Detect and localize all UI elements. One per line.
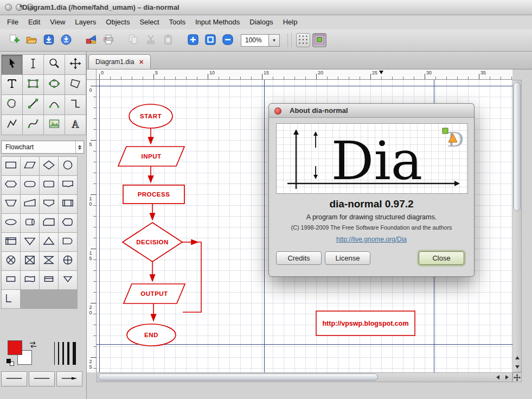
tool-text-button[interactable] — [2, 75, 22, 94]
object-snapping-toggle[interactable] — [312, 33, 326, 47]
default-colors-icon[interactable] — [7, 359, 15, 366]
snap-to-grid-toggle[interactable] — [296, 33, 310, 47]
horizontal-scrollbar[interactable] — [97, 372, 512, 382]
vertical-scrollbar-thumb[interactable] — [514, 82, 521, 211]
begin-arrow-style-button[interactable] — [1, 371, 27, 387]
shape-oval-button[interactable] — [2, 214, 20, 232]
line-width-option[interactable] — [54, 342, 55, 365]
shape-delay-button[interactable] — [59, 233, 77, 251]
line-width-selector[interactable] — [51, 339, 79, 368]
shape-or-button[interactable] — [59, 252, 77, 270]
spinner-up-icon[interactable] — [78, 145, 81, 147]
print-button[interactable] — [101, 33, 116, 48]
shape-magnetic-drum-button[interactable] — [21, 214, 39, 232]
shape-connector-button[interactable] — [59, 157, 77, 175]
shape-punched-card-button[interactable] — [40, 214, 58, 232]
tool-beziergon-button[interactable] — [2, 95, 22, 115]
swap-colors-icon[interactable] — [28, 340, 38, 349]
shape-display-button[interactable] — [59, 214, 77, 232]
tool-arc-button[interactable] — [44, 95, 65, 115]
menu-layers[interactable]: Layers — [70, 16, 101, 29]
menu-dialogs[interactable]: Dialogs — [245, 16, 278, 29]
close-button[interactable]: Close — [419, 251, 464, 265]
shape-punched-tape-button[interactable] — [21, 271, 39, 289]
menu-view[interactable]: View — [45, 16, 70, 29]
tool-zigzagline-button[interactable] — [65, 95, 86, 115]
tool-textedit-button[interactable] — [23, 55, 43, 74]
zoom-dropdown-button[interactable]: ▼ — [269, 34, 280, 47]
save-as-button[interactable] — [59, 33, 74, 48]
zoom-fit-button[interactable] — [203, 33, 218, 48]
shape-merge-button[interactable] — [21, 233, 39, 251]
license-button[interactable]: License — [325, 251, 370, 265]
tool-outline-button[interactable]: A — [65, 115, 86, 135]
tool-polygon-button[interactable] — [65, 75, 86, 94]
about-website-link[interactable]: http://live.gnome.org/Dia — [336, 236, 407, 243]
line-width-option[interactable] — [67, 342, 69, 365]
new-diagram-button[interactable] — [7, 33, 22, 48]
tab-close-icon[interactable]: × — [139, 58, 143, 66]
shape-preparation-button[interactable] — [2, 176, 20, 194]
about-dialog-titlebar[interactable]: About dia-normal — [269, 104, 474, 118]
close-window-button[interactable] — [5, 4, 12, 11]
shape-document-button[interactable] — [59, 176, 77, 194]
line-width-option[interactable] — [62, 342, 64, 365]
open-diagram-button[interactable] — [24, 33, 39, 48]
shape-terminal-button[interactable] — [21, 176, 39, 194]
menu-objects[interactable]: Objects — [101, 16, 134, 29]
tool-polyline-button[interactable] — [2, 115, 22, 135]
shape-manual-input-button[interactable] — [21, 195, 39, 213]
menu-input-methods[interactable]: Input Methods — [190, 16, 245, 29]
scroll-down-button[interactable] — [513, 363, 521, 371]
shape-manual-operation-button[interactable] — [2, 195, 20, 213]
shape-extract-button[interactable] — [40, 233, 58, 251]
shape-internal-storage-button[interactable] — [2, 233, 20, 251]
shape-collate-button[interactable] — [40, 252, 58, 270]
line-style-button[interactable] — [29, 371, 55, 387]
tool-bezierline-button[interactable] — [23, 115, 43, 135]
line-width-option[interactable] — [73, 342, 76, 365]
tool-image-button[interactable] — [44, 115, 65, 135]
foreground-color-swatch[interactable] — [8, 340, 22, 355]
shape-box-small-button[interactable] — [2, 271, 20, 289]
spinner-down-icon[interactable] — [78, 148, 81, 150]
menu-file[interactable]: File — [2, 16, 23, 29]
export-button[interactable] — [84, 33, 99, 48]
scroll-up-button[interactable] — [513, 353, 521, 362]
tool-ellipse-button[interactable] — [44, 75, 65, 94]
pan-tool-button[interactable] — [512, 372, 522, 382]
shape-summing-junction-button[interactable] — [2, 252, 20, 270]
save-diagram-button[interactable] — [41, 33, 56, 48]
credits-button[interactable]: Credits — [276, 251, 322, 265]
scroll-left-button[interactable] — [493, 373, 502, 382]
tool-magnify-button[interactable] — [44, 55, 65, 74]
shape-loop-limit-button[interactable] — [2, 290, 20, 308]
tool-modify-button[interactable] — [2, 55, 22, 74]
dialog-close-button[interactable] — [274, 107, 281, 115]
tool-box-button[interactable] — [23, 75, 43, 94]
menu-tools[interactable]: Tools — [164, 16, 190, 29]
tool-scroll-button[interactable] — [65, 55, 86, 74]
end-arrow-style-button[interactable] — [56, 371, 82, 387]
scroll-right-button[interactable] — [503, 373, 511, 382]
shape-triangle-down-button[interactable] — [59, 271, 77, 289]
zoom-out-button[interactable] — [220, 33, 235, 48]
tool-line-button[interactable] — [23, 95, 43, 115]
shape-input-output-button[interactable] — [21, 157, 39, 175]
sheet-spinner[interactable] — [75, 141, 84, 153]
shape-card-button[interactable] — [40, 271, 58, 289]
sheet-selector[interactable]: Flowchart — [1, 141, 84, 154]
horizontal-scrollbar-thumb[interactable] — [98, 373, 378, 381]
shape-decision-button[interactable] — [40, 157, 58, 175]
menu-select[interactable]: Select — [134, 16, 164, 29]
tab-diagram1[interactable]: Diagram1.dia × — [88, 54, 151, 69]
shape-sort-button[interactable] — [21, 252, 39, 270]
menu-edit[interactable]: Edit — [23, 16, 45, 29]
line-width-option[interactable] — [58, 342, 59, 365]
vertical-scrollbar[interactable] — [512, 80, 522, 372]
shape-off-page-button[interactable] — [40, 195, 58, 213]
shape-process-button[interactable] — [2, 157, 20, 175]
zoom-level-value[interactable]: 100% — [241, 34, 269, 47]
shape-rounded-process-button[interactable] — [40, 176, 58, 194]
menu-help[interactable]: Help — [278, 16, 303, 29]
